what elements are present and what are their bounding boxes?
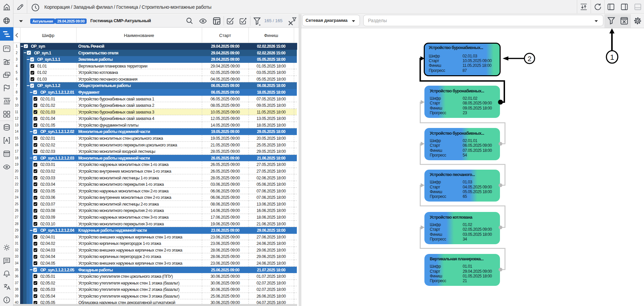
svg-text:1: 1	[610, 53, 614, 61]
svg-text:2: 2	[527, 55, 532, 62]
